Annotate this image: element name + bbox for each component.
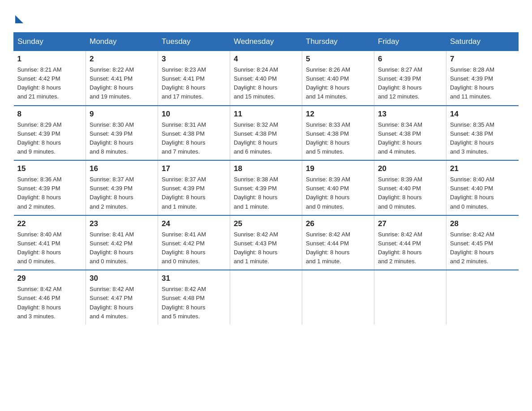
- day-info: Sunrise: 8:39 AMSunset: 4:40 PMDaylight:…: [378, 175, 442, 211]
- day-info: Sunrise: 8:21 AMSunset: 4:42 PMDaylight:…: [17, 65, 82, 102]
- day-number: 24: [162, 219, 226, 228]
- day-number: 3: [162, 55, 226, 64]
- day-info: Sunrise: 8:22 AMSunset: 4:41 PMDaylight:…: [90, 65, 154, 102]
- day-number: 19: [306, 164, 370, 173]
- calendar-cell: 2 Sunrise: 8:22 AMSunset: 4:41 PMDayligh…: [86, 51, 158, 106]
- calendar-cell: 27 Sunrise: 8:42 AMSunset: 4:44 PMDaylig…: [374, 215, 446, 270]
- day-info: Sunrise: 8:32 AMSunset: 4:38 PMDaylight:…: [234, 120, 298, 157]
- day-info: Sunrise: 8:42 AMSunset: 4:47 PMDaylight:…: [90, 285, 154, 321]
- day-info: Sunrise: 8:35 AMSunset: 4:38 PMDaylight:…: [450, 120, 515, 157]
- day-number: 8: [17, 110, 82, 119]
- calendar-cell: 17 Sunrise: 8:37 AMSunset: 4:39 PMDaylig…: [158, 160, 230, 215]
- day-number: 27: [378, 219, 442, 228]
- day-number: 23: [90, 219, 154, 228]
- day-info: Sunrise: 8:42 AMSunset: 4:46 PMDaylight:…: [17, 285, 82, 321]
- logo-arrow-icon: [15, 15, 23, 23]
- calendar-cell: 7 Sunrise: 8:28 AMSunset: 4:39 PMDayligh…: [446, 51, 519, 106]
- day-number: 17: [162, 164, 226, 173]
- day-number: 2: [90, 55, 154, 64]
- column-header-saturday: Saturday: [446, 33, 519, 51]
- calendar-week-row: 29 Sunrise: 8:42 AMSunset: 4:46 PMDaylig…: [14, 270, 519, 325]
- day-info: Sunrise: 8:37 AMSunset: 4:39 PMDaylight:…: [162, 175, 226, 211]
- day-number: 13: [378, 110, 442, 119]
- column-header-friday: Friday: [374, 33, 446, 51]
- calendar-cell: 5 Sunrise: 8:26 AMSunset: 4:40 PMDayligh…: [302, 51, 374, 106]
- calendar-week-row: 8 Sunrise: 8:29 AMSunset: 4:39 PMDayligh…: [14, 106, 519, 161]
- day-number: 26: [306, 219, 370, 228]
- calendar-cell: 9 Sunrise: 8:30 AMSunset: 4:39 PMDayligh…: [86, 106, 158, 161]
- day-info: Sunrise: 8:38 AMSunset: 4:39 PMDaylight:…: [234, 175, 298, 211]
- day-info: Sunrise: 8:24 AMSunset: 4:40 PMDaylight:…: [234, 65, 298, 102]
- day-number: 7: [450, 55, 515, 64]
- day-number: 5: [306, 55, 370, 64]
- day-number: 20: [378, 164, 442, 173]
- calendar-cell: [374, 270, 446, 325]
- calendar-cell: 29 Sunrise: 8:42 AMSunset: 4:46 PMDaylig…: [14, 270, 86, 325]
- calendar-cell: 8 Sunrise: 8:29 AMSunset: 4:39 PMDayligh…: [14, 106, 86, 161]
- day-number: 28: [450, 219, 515, 228]
- column-header-monday: Monday: [86, 33, 158, 51]
- day-info: Sunrise: 8:34 AMSunset: 4:38 PMDaylight:…: [378, 120, 442, 157]
- day-number: 29: [17, 274, 82, 283]
- calendar-cell: 31 Sunrise: 8:42 AMSunset: 4:48 PMDaylig…: [158, 270, 230, 325]
- calendar-header-row: SundayMondayTuesdayWednesdayThursdayFrid…: [14, 33, 519, 51]
- day-number: 6: [378, 55, 442, 64]
- day-number: 25: [234, 219, 298, 228]
- column-header-wednesday: Wednesday: [230, 33, 302, 51]
- calendar-cell: 3 Sunrise: 8:23 AMSunset: 4:41 PMDayligh…: [158, 51, 230, 106]
- day-number: 4: [234, 55, 298, 64]
- day-number: 15: [17, 164, 82, 173]
- day-info: Sunrise: 8:42 AMSunset: 4:48 PMDaylight:…: [162, 285, 226, 321]
- day-number: 31: [162, 274, 226, 283]
- day-info: Sunrise: 8:33 AMSunset: 4:38 PMDaylight:…: [306, 120, 370, 157]
- calendar-cell: 15 Sunrise: 8:36 AMSunset: 4:39 PMDaylig…: [14, 160, 86, 215]
- calendar-cell: 4 Sunrise: 8:24 AMSunset: 4:40 PMDayligh…: [230, 51, 302, 106]
- day-number: 9: [90, 110, 154, 119]
- day-info: Sunrise: 8:29 AMSunset: 4:39 PMDaylight:…: [17, 120, 82, 157]
- calendar-week-row: 22 Sunrise: 8:40 AMSunset: 4:41 PMDaylig…: [14, 215, 519, 270]
- column-header-thursday: Thursday: [302, 33, 374, 51]
- calendar-cell: 16 Sunrise: 8:37 AMSunset: 4:39 PMDaylig…: [86, 160, 158, 215]
- day-info: Sunrise: 8:23 AMSunset: 4:41 PMDaylight:…: [162, 65, 226, 102]
- day-number: 22: [17, 219, 82, 228]
- day-number: 30: [90, 274, 154, 283]
- calendar-cell: 13 Sunrise: 8:34 AMSunset: 4:38 PMDaylig…: [374, 106, 446, 161]
- column-header-sunday: Sunday: [14, 33, 86, 51]
- calendar-cell: 20 Sunrise: 8:39 AMSunset: 4:40 PMDaylig…: [374, 160, 446, 215]
- calendar-cell: 14 Sunrise: 8:35 AMSunset: 4:38 PMDaylig…: [446, 106, 519, 161]
- calendar-cell: 11 Sunrise: 8:32 AMSunset: 4:38 PMDaylig…: [230, 106, 302, 161]
- calendar-cell: [302, 270, 374, 325]
- day-info: Sunrise: 8:39 AMSunset: 4:40 PMDaylight:…: [306, 175, 370, 211]
- logo: [13, 13, 23, 23]
- calendar-cell: 22 Sunrise: 8:40 AMSunset: 4:41 PMDaylig…: [14, 215, 86, 270]
- calendar-cell: 23 Sunrise: 8:41 AMSunset: 4:42 PMDaylig…: [86, 215, 158, 270]
- day-info: Sunrise: 8:31 AMSunset: 4:38 PMDaylight:…: [162, 120, 226, 157]
- calendar-cell: 21 Sunrise: 8:40 AMSunset: 4:40 PMDaylig…: [446, 160, 519, 215]
- day-info: Sunrise: 8:41 AMSunset: 4:42 PMDaylight:…: [90, 230, 154, 266]
- day-info: Sunrise: 8:42 AMSunset: 4:44 PMDaylight:…: [306, 230, 370, 266]
- calendar-cell: 28 Sunrise: 8:42 AMSunset: 4:45 PMDaylig…: [446, 215, 519, 270]
- page-header: [13, 13, 519, 23]
- calendar-cell: 1 Sunrise: 8:21 AMSunset: 4:42 PMDayligh…: [14, 51, 86, 106]
- day-info: Sunrise: 8:40 AMSunset: 4:40 PMDaylight:…: [450, 175, 515, 211]
- day-number: 14: [450, 110, 515, 119]
- day-info: Sunrise: 8:37 AMSunset: 4:39 PMDaylight:…: [90, 175, 154, 211]
- day-info: Sunrise: 8:42 AMSunset: 4:45 PMDaylight:…: [450, 230, 515, 266]
- day-info: Sunrise: 8:26 AMSunset: 4:40 PMDaylight:…: [306, 65, 370, 102]
- day-number: 11: [234, 110, 298, 119]
- calendar-cell: 18 Sunrise: 8:38 AMSunset: 4:39 PMDaylig…: [230, 160, 302, 215]
- day-number: 21: [450, 164, 515, 173]
- calendar-cell: 19 Sunrise: 8:39 AMSunset: 4:40 PMDaylig…: [302, 160, 374, 215]
- calendar-cell: 25 Sunrise: 8:42 AMSunset: 4:43 PMDaylig…: [230, 215, 302, 270]
- calendar-cell: [446, 270, 519, 325]
- day-info: Sunrise: 8:27 AMSunset: 4:39 PMDaylight:…: [378, 65, 442, 102]
- calendar-cell: 12 Sunrise: 8:33 AMSunset: 4:38 PMDaylig…: [302, 106, 374, 161]
- day-info: Sunrise: 8:40 AMSunset: 4:41 PMDaylight:…: [17, 230, 82, 266]
- calendar-week-row: 1 Sunrise: 8:21 AMSunset: 4:42 PMDayligh…: [14, 51, 519, 106]
- column-header-tuesday: Tuesday: [158, 33, 230, 51]
- day-number: 16: [90, 164, 154, 173]
- calendar-cell: 30 Sunrise: 8:42 AMSunset: 4:47 PMDaylig…: [86, 270, 158, 325]
- day-number: 10: [162, 110, 226, 119]
- calendar-week-row: 15 Sunrise: 8:36 AMSunset: 4:39 PMDaylig…: [14, 160, 519, 215]
- calendar-cell: [230, 270, 302, 325]
